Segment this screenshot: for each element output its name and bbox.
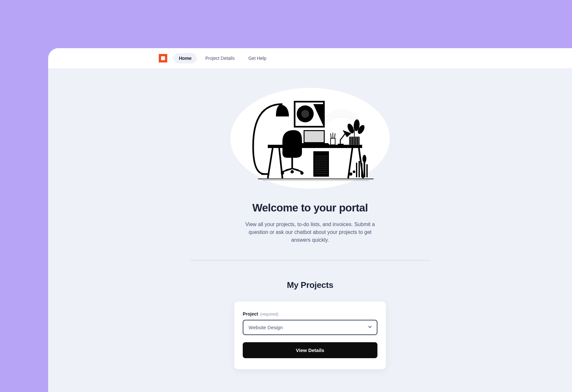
workspace-illustration-icon [230, 88, 390, 189]
svg-point-30 [300, 171, 304, 175]
top-nav: Home Project Details Get Help [48, 48, 572, 68]
nav-get-help[interactable]: Get Help [243, 53, 271, 63]
welcome-title: Welcome to your portal [190, 202, 430, 214]
project-select[interactable]: Website Design [243, 320, 377, 335]
project-select-wrapper: Website Design [243, 320, 377, 335]
project-field-label: Project [243, 311, 258, 317]
brand-logo-icon [159, 54, 167, 62]
svg-rect-6 [268, 145, 362, 148]
svg-point-28 [281, 171, 284, 175]
hero-illustration [230, 88, 390, 189]
main-content: Welcome to your portal View all your pro… [183, 68, 437, 369]
section-divider [190, 260, 430, 261]
my-projects-title: My Projects [190, 280, 430, 290]
project-selector-card: Project (required) Website Design View D… [234, 302, 386, 369]
view-details-button[interactable]: View Details [243, 342, 377, 358]
project-field-required: (required) [260, 312, 278, 317]
svg-rect-15 [338, 144, 344, 145]
svg-rect-16 [349, 137, 360, 145]
svg-point-44 [362, 155, 366, 163]
welcome-description: View all your projects, to-do lists, and… [238, 221, 382, 244]
project-field-label-row: Project (required) [243, 311, 377, 317]
app-window: Home Project Details Get Help [48, 48, 572, 392]
svg-point-42 [349, 172, 352, 176]
nav-home[interactable]: Home [174, 53, 197, 63]
svg-point-4 [301, 110, 309, 118]
svg-point-43 [353, 170, 355, 173]
nav-project-details[interactable]: Project Details [200, 53, 240, 63]
svg-point-29 [291, 170, 294, 173]
